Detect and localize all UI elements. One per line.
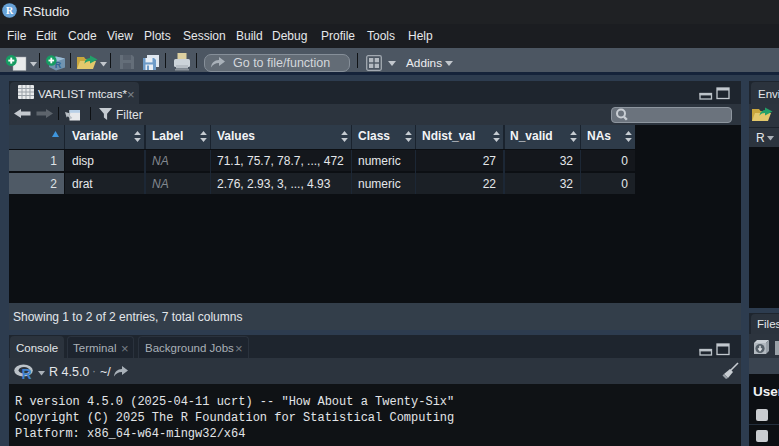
- svg-text:R: R: [22, 366, 32, 380]
- svg-text:R: R: [6, 5, 14, 16]
